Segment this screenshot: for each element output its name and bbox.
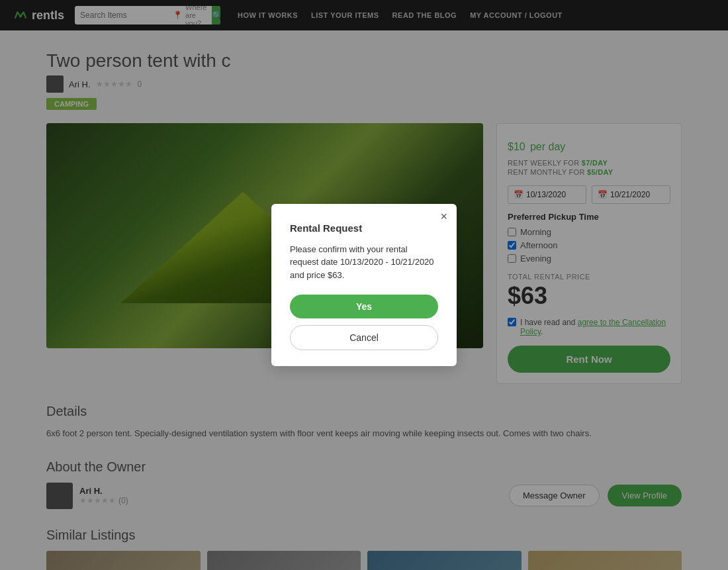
modal-body: Please confirm with your rental request … <box>290 243 438 282</box>
modal-close-button[interactable]: × <box>440 211 447 222</box>
modal-title: Rental Request <box>290 222 438 234</box>
modal-yes-button[interactable]: Yes <box>290 295 438 318</box>
rental-request-modal: × Rental Request Please confirm with you… <box>271 204 457 367</box>
modal-cancel-button[interactable]: Cancel <box>290 325 438 350</box>
modal-overlay: × Rental Request Please confirm with you… <box>0 0 728 570</box>
